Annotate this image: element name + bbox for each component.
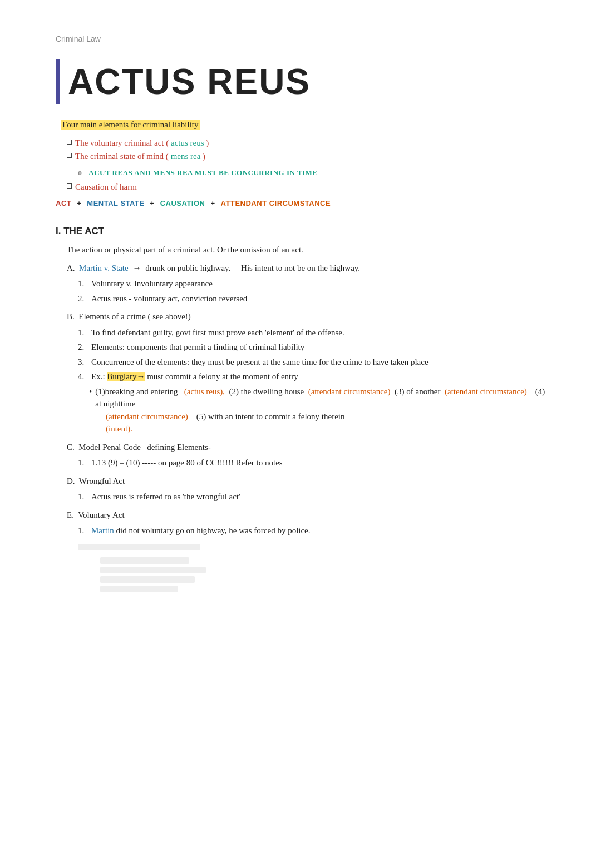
text-e-1: Martin did not voluntary go on highway, … [91, 524, 311, 537]
blurred-line-5 [100, 586, 178, 592]
bullet-square-icon-1 [67, 140, 72, 145]
attendant-circ-1: (attendant circumstance) [308, 387, 391, 396]
plus-1: + [77, 198, 81, 209]
text-a-1: Voluntary v. Involuntary appearance [91, 277, 213, 290]
subtitle-box: Four main elements for criminal liabilit… [61, 118, 546, 131]
text-c-1: 1.13 (9) – (10) ----- on page 80 of CC!!… [91, 457, 283, 469]
burglary-sub-list: • (1)breaking and entering (actus reus),… [89, 385, 546, 435]
title-bar-decoration [56, 59, 60, 104]
concur-note-line: o ACUT REAS AND MENS REA MUST BE CONCURR… [78, 166, 546, 179]
item-d-text: Wrongful Act [79, 477, 125, 485]
bullet-3-text: Causation of harm [75, 181, 137, 194]
num-b-4: 4. [78, 370, 88, 383]
section-i-intro: The action or physical part of a crimina… [67, 243, 546, 256]
subtitle-highlight: Four main elements for criminal liabilit… [61, 120, 200, 130]
actus-reus-ref: (actus reus), [184, 387, 225, 396]
item-b-sub-1: 1. To find defendant guilty, govt first … [78, 326, 546, 339]
bullet-square-icon-2 [67, 153, 72, 158]
item-c-text: Model Penal Code –defining Elements- [78, 443, 210, 452]
blurred-line-4 [100, 576, 195, 583]
blurred-section [78, 544, 546, 592]
lettered-item-b: B. Elements of a crime ( see above!) [67, 310, 546, 323]
plus-3: + [210, 198, 215, 209]
num-b-1: 1. [78, 326, 88, 339]
concur-note-text: ACUT REAS AND MENS REA MUST BE CONCURRIN… [88, 168, 317, 177]
item-b-sub-4: 4. Ex.: Burglary→ must commit a felony a… [78, 370, 546, 383]
item-e-sub-1: 1. Martin did not voluntary go on highwa… [78, 524, 546, 537]
blurred-line-1 [78, 544, 200, 550]
main-bullet-list: The voluntary criminal act ( actus reus … [67, 137, 546, 163]
item-b-sub-2: 2. Elements: components that permit a fi… [78, 341, 546, 354]
lettered-item-d: D. Wrongful Act [67, 475, 546, 488]
martin-text-after: did not voluntary go on highway, he was … [116, 526, 311, 535]
plus-2: + [150, 198, 155, 209]
item-a-sub-2: 2. Actus reus - voluntary act, convictio… [78, 292, 546, 305]
num-d-1: 1. [78, 490, 88, 503]
item-d-sub-1: 1. Actus reus is referred to as 'the wro… [78, 490, 546, 503]
concur-o-label: o [78, 168, 82, 177]
letter-b: B. [67, 312, 77, 321]
section-i-heading: I. THE ACT [56, 224, 546, 239]
bullet-1-teal: actus reus [169, 138, 206, 147]
item-a-sub-1: 1. Voluntary v. Involuntary appearance [78, 277, 546, 290]
bullet-2-teal: mens rea [169, 152, 203, 161]
num-b-3: 3. [78, 356, 88, 369]
item-b-sub-list: 1. To find defendant guilty, govt first … [78, 326, 546, 383]
blurred-line-2 [100, 557, 189, 564]
item-c-sub-1: 1. 1.13 (9) – (10) ----- on page 80 of C… [78, 457, 546, 469]
attendant-label: ATTENDANT CIRCUMSTANCE [221, 198, 331, 209]
bullet-item-2-text: The criminal state of mind ( mens rea ) [75, 150, 205, 163]
letter-a: A. [67, 264, 77, 272]
bullet-dot-icon: • [89, 385, 92, 435]
text-a-2: Actus reus - voluntary act, conviction r… [91, 292, 247, 305]
item-c-sub-list: 1. 1.13 (9) – (10) ----- on page 80 of C… [78, 457, 546, 469]
attendant-circ-2: (attendant circumstance) [445, 387, 527, 396]
item-a-text: drunk on public highway. His intent to n… [145, 264, 360, 272]
title-block: ACTUS REUS [56, 55, 546, 108]
bullet-item-3: Causation of harm [67, 181, 546, 194]
ex-label: Ex.: [91, 372, 107, 381]
text-b-4: Ex.: Burglary→ must commit a felony at t… [91, 370, 298, 383]
martin-v-state-link[interactable]: Martin v. State [79, 264, 129, 272]
item-b-text: Elements of a crime ( see above!) [78, 312, 191, 321]
text-d-1: Actus reus is referred to as 'the wrongf… [91, 490, 240, 503]
lettered-item-c: C. Model Penal Code –defining Elements- [67, 441, 546, 454]
arrow-a: → [132, 264, 141, 272]
subject-label: Criminal Law [56, 33, 546, 45]
item-d-sub-list: 1. Actus reus is referred to as 'the wro… [78, 490, 546, 503]
bullet-square-icon-3 [67, 183, 72, 189]
mental-label: MENTAL STATE [87, 198, 144, 209]
attendant-circ-3: (attendant circumstance) [106, 412, 188, 421]
text-b-1: To find defendant guilty, govt first mus… [91, 326, 344, 339]
letter-c: C. [67, 443, 77, 452]
bullet-item-2: The criminal state of mind ( mens rea ) [67, 150, 546, 163]
blurred-line-3 [100, 567, 206, 573]
third-bullet-list: Causation of harm [67, 181, 546, 194]
lettered-item-a: A. Martin v. State → drunk on public hig… [67, 262, 546, 275]
causation-label: CAUSATION [160, 198, 205, 209]
item-e-text: Voluntary Act [78, 510, 124, 519]
burglary-text: must commit a felony at the moment of en… [145, 372, 298, 381]
item-e-sub-list: 1. Martin did not voluntary go on highwa… [78, 524, 546, 537]
bullet-2-red: The criminal state of mind ( [75, 152, 169, 161]
bullet-item-1: The voluntary criminal act ( actus reus … [67, 137, 546, 150]
text-b-2: Elements: components that permit a findi… [91, 341, 304, 354]
text-b-3: Concurrence of the elements: they must b… [91, 356, 429, 369]
num-e-1: 1. [78, 524, 88, 537]
num-a-1: 1. [78, 277, 88, 290]
martin-link-2[interactable]: Martin [91, 526, 114, 535]
burglary-highlight: Burglary→ [107, 372, 145, 381]
num-a-2: 2. [78, 292, 88, 305]
lettered-item-e: E. Voluntary Act [67, 509, 546, 522]
bullet-item-1-text: The voluntary criminal act ( actus reus … [75, 137, 209, 150]
bullet-1-paren: ) [206, 138, 209, 147]
item-b-sub-3: 3. Concurrence of the elements: they mus… [78, 356, 546, 369]
bullet-2-paren: ) [203, 152, 205, 161]
burglary-sub-item: • (1)breaking and entering (actus reus),… [89, 385, 546, 435]
letter-e: E. [67, 510, 76, 519]
page-title: ACTUS REUS [68, 55, 311, 108]
intent-ref: (intent). [106, 424, 132, 433]
num-b-2: 2. [78, 341, 88, 354]
burglary-sub-text: (1)breaking and entering (actus reus), (… [95, 385, 546, 435]
bullet-1-red: The voluntary criminal act ( [75, 138, 169, 147]
